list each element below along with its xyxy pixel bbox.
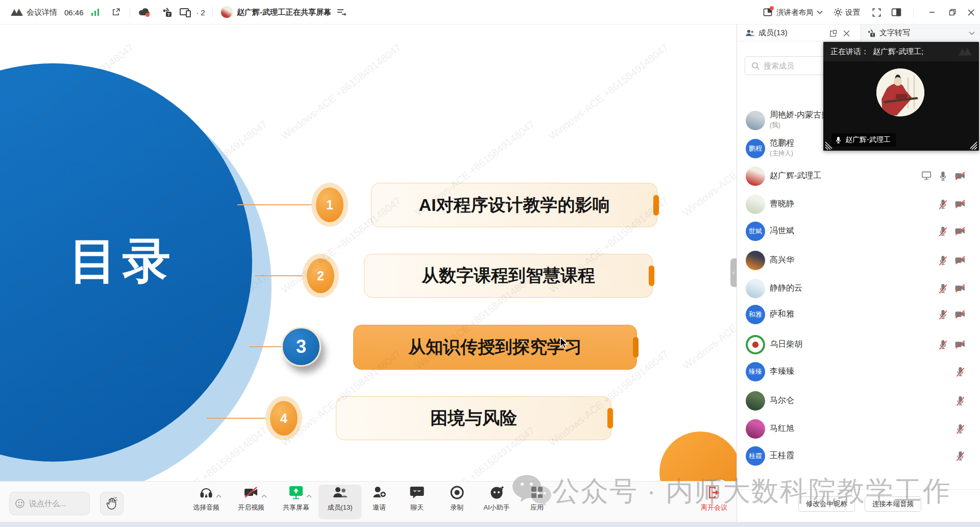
member-avatar [746, 251, 765, 270]
camera-off-icon[interactable] [954, 340, 966, 352]
layout-button[interactable]: 演讲者布局 [776, 0, 814, 25]
resize-grip-right[interactable] [967, 138, 978, 150]
toolbar-button-headset[interactable]: 选择音频 [185, 485, 228, 519]
close-panel-icon[interactable] [841, 28, 851, 38]
svg-text:T: T [167, 12, 170, 17]
side-panel-toggle-icon[interactable] [891, 0, 901, 25]
chevron-up-icon[interactable] [261, 491, 267, 500]
member-name: 范鹏程 [770, 138, 794, 149]
mic-muted-icon[interactable] [938, 226, 948, 239]
gear-icon[interactable] [833, 0, 843, 25]
toc-item-pill[interactable]: AI对程序设计教学的影响 [371, 183, 657, 227]
toolbar-button-members[interactable]: 成员(13) [318, 485, 361, 519]
toc-item-pill[interactable]: 困境与风险 [336, 396, 611, 440]
mic-muted-icon[interactable] [955, 367, 965, 379]
camera-off-icon[interactable] [954, 171, 966, 184]
member-role: (主持人) [770, 149, 793, 158]
member-row[interactable]: 乌日柴胡 [737, 331, 980, 358]
member-name: 乌日柴胡 [770, 339, 802, 350]
member-row[interactable]: 静静的云 [737, 275, 980, 302]
member-status-icons [955, 451, 965, 464]
toolbar-button-camera-off[interactable]: 开启视频 [230, 485, 273, 519]
dual-screen-icon[interactable] [180, 0, 193, 25]
member-row[interactable]: 和雅萨和雅 [737, 301, 980, 328]
camera-off-icon[interactable] [954, 199, 966, 212]
toolbar-button-label: 选择音频 [193, 503, 219, 512]
speaker-name-tag: 赵广辉-武理工 [831, 133, 896, 147]
member-avatar: 和雅 [746, 305, 765, 324]
toolbar-button-apps[interactable]: 应用 [516, 485, 558, 519]
panel-collapse-handle[interactable]: ‹ [730, 258, 737, 287]
toolbar-button-label: 成员(13) [327, 503, 352, 512]
connect-audio-button[interactable]: 连接本端音频 [865, 496, 921, 512]
mic-muted-icon[interactable] [955, 396, 965, 409]
tab-members[interactable]: 成员(13) [745, 25, 788, 41]
member-row[interactable]: 高兴华 [737, 247, 980, 274]
toc-connector-line [237, 204, 316, 205]
panel-chevron-down-icon[interactable] [967, 28, 977, 38]
layout-icon[interactable] [763, 0, 773, 25]
speaker-video-overlay[interactable]: 正在讲话： 赵广辉-武理工; 赵广辉-武理工 [823, 42, 979, 151]
tab-transcript[interactable]: T 文字转写 [866, 25, 910, 41]
cloud-record-icon[interactable] [138, 0, 151, 25]
member-status-icons [938, 226, 966, 239]
chevron-down-icon[interactable] [817, 0, 823, 25]
rename-button[interactable]: 修改会中昵称 [798, 496, 855, 512]
quick-chat-input[interactable]: 说点什么... [9, 492, 90, 515]
popout-panel-icon[interactable] [828, 28, 838, 38]
member-row[interactable]: 赵广辉-武理工 [737, 162, 980, 190]
toolbar-button-record[interactable]: 录制 [435, 485, 478, 519]
member-row[interactable]: 曹晓静 [737, 190, 980, 218]
toc-item-label: 困境与风险 [430, 406, 517, 430]
member-row[interactable]: 马红旭 [737, 415, 980, 443]
camera-off-icon[interactable] [954, 226, 966, 239]
sharing-options-icon[interactable] [337, 0, 346, 25]
mic-muted-icon[interactable] [938, 283, 948, 296]
mic-muted-icon[interactable] [955, 451, 965, 464]
toc-item-pill[interactable]: 从数字课程到智慧课程 [364, 254, 653, 298]
member-row[interactable]: 桂霞王桂霞 [737, 442, 980, 470]
camera-off-icon[interactable] [954, 255, 966, 268]
mic-muted-icon[interactable] [938, 309, 948, 322]
mic-muted-icon[interactable] [955, 424, 965, 437]
live-transcript-icon[interactable]: T [160, 0, 173, 25]
member-row[interactable]: 马尔仑 [737, 387, 980, 415]
toolbar-button-share-screen[interactable]: 共享屏幕 [275, 485, 317, 519]
minimize-button[interactable] [922, 0, 942, 25]
chevron-up-icon[interactable] [216, 491, 222, 500]
camera-off-icon[interactable] [954, 283, 966, 296]
apps-icon [530, 486, 544, 501]
settings-button[interactable]: 设置 [845, 0, 860, 25]
mic-muted-icon[interactable] [938, 199, 948, 212]
member-row[interactable]: 世斌冯世斌 [737, 218, 980, 245]
search-icon [751, 62, 760, 70]
mic-muted-icon[interactable] [938, 340, 948, 352]
toc-item-pill[interactable]: 从知识传授到探究学习 [353, 325, 637, 370]
fullscreen-icon[interactable] [872, 0, 881, 25]
camera-off-icon[interactable] [954, 309, 966, 322]
raise-hand-button[interactable] [100, 492, 124, 515]
maximize-button[interactable] [942, 0, 963, 25]
member-name: 冯世斌 [770, 226, 794, 236]
screen-count: · 2 [196, 0, 205, 25]
leave-meeting-button[interactable]: 离开会议 [693, 485, 736, 519]
member-row[interactable]: 臻臻李臻臻 [737, 358, 980, 386]
app-logo-icon [10, 0, 23, 25]
meeting-details-button[interactable]: 会议详情 [27, 0, 57, 25]
member-status-icons [938, 340, 966, 352]
popout-window-icon[interactable] [111, 0, 120, 25]
toolbar-button-chat[interactable]: 聊天 [396, 485, 438, 519]
member-status-icons [938, 309, 966, 322]
toolbar-button-ai-assistant[interactable]: AI小助手 [475, 485, 518, 519]
speaking-name: 赵广辉-武理工; [873, 47, 923, 57]
close-button[interactable] [961, 0, 980, 25]
member-status-icons [955, 396, 965, 409]
members-icon [745, 29, 755, 37]
mic-on-icon[interactable] [938, 171, 948, 184]
toc-item-accent-bar [653, 195, 659, 215]
svg-text:T: T [872, 33, 874, 36]
mic-muted-icon[interactable] [938, 255, 948, 268]
chevron-up-icon[interactable] [306, 491, 312, 500]
member-name: 静静的云 [770, 283, 802, 294]
toolbar-button-invite[interactable]: 邀请 [358, 485, 401, 519]
